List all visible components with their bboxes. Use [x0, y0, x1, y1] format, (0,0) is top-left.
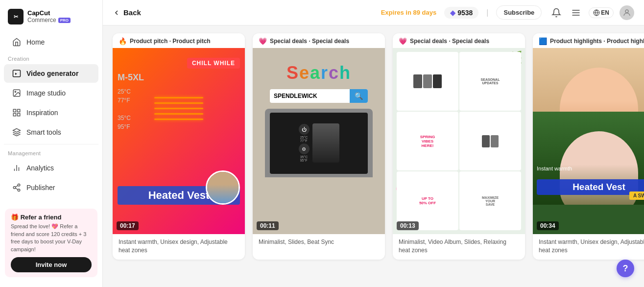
- card-description: Instant warmth, Unisex design, Adjustabl…: [533, 234, 644, 260]
- heated-vest-label: Heated Vest: [537, 179, 644, 195]
- svg-point-2: [15, 91, 16, 92]
- video-card: 💗 Special deals · Special deals Search S…: [253, 33, 385, 260]
- sidebar-item-label: Publisher: [26, 184, 55, 191]
- refer-desc: Spread the love! 💖 Refer a friend and sc…: [11, 223, 92, 253]
- header: Back Expires in 89 days ◆ 9538 | Subscri…: [103, 0, 644, 25]
- menu-icon[interactable]: [569, 6, 583, 20]
- card-tag: 🟦 Product highlights · Product highl...: [533, 33, 644, 48]
- sidebar-item-image-studio[interactable]: Image studio: [4, 84, 98, 102]
- vest-image: [312, 123, 339, 163]
- thumbnail[interactable]: 🌿 🌸 SEASONALUPDATES: [393, 48, 525, 234]
- search-query: SPENDLEWICK: [270, 90, 350, 102]
- sidebar: ✂ CapCut Commerce PRO Home Creation Vide…: [0, 0, 103, 287]
- sidebar-item-label: Inspiration: [26, 109, 58, 117]
- lang-label: EN: [601, 9, 609, 16]
- tag-label: Product pitch · Product pitch: [130, 38, 211, 45]
- video-card: 🔥 Product pitch · Product pitch CHILL WH…: [113, 33, 245, 260]
- search-input-bar: SPENDLEWICK 🔍: [270, 89, 368, 103]
- sidebar-item-inspiration[interactable]: Inspiration: [4, 103, 98, 122]
- deals-icon: 💗: [259, 37, 267, 45]
- language-button[interactable]: EN: [589, 7, 614, 18]
- video-card: 💗 Special deals · Special deals 🌿 🌸: [393, 33, 525, 260]
- card-tag: 💗 Special deals · Special deals: [253, 33, 385, 48]
- header-icons: EN: [549, 5, 634, 20]
- help-button[interactable]: ?: [617, 260, 634, 277]
- sidebar-item-video-generator[interactable]: Video generator: [4, 64, 98, 83]
- card-tag: 💗 Special deals · Special deals: [393, 33, 525, 48]
- user-avatar[interactable]: [620, 5, 634, 20]
- vest-row2: [482, 135, 499, 147]
- back-label: Back: [123, 8, 141, 17]
- laptop-visual: ⏻ 25°C77°F ⚙ 35°C95°F: [265, 109, 373, 177]
- svg-rect-6: [18, 114, 20, 116]
- refer-box: 🎁 Refer a friend Spread the love! 💖 Refe…: [5, 209, 97, 277]
- sidebar-item-label: Analytics: [26, 164, 54, 172]
- home-icon: [12, 37, 22, 47]
- smart-tools-icon: [12, 127, 22, 137]
- slides-grid: SEASONALUPDATES SPRINGVIBESHERE!: [393, 48, 525, 234]
- svg-rect-3: [13, 109, 16, 112]
- credits-badge: ◆ 9538: [444, 7, 478, 19]
- card-description: Minimalist, Video Album, Slides, Relaxin…: [393, 234, 525, 260]
- svg-point-12: [18, 189, 20, 191]
- slide-cell: SPRINGVIBESHERE!: [397, 112, 458, 170]
- tag-label: Product highlights · Product highl...: [550, 38, 644, 45]
- switch-badge: A SWITCH: [629, 191, 644, 200]
- sidebar-divider: [4, 144, 98, 144]
- management-section-label: Management: [0, 146, 102, 158]
- inspiration-icon: [12, 108, 22, 118]
- image-icon: [12, 88, 22, 98]
- video-icon: [12, 69, 22, 78]
- cards-row: 🔥 Product pitch · Product pitch CHILL WH…: [113, 33, 644, 260]
- laptop-content: ⏻ 25°C77°F ⚙ 35°C95°F: [299, 123, 339, 163]
- thumbnail[interactable]: CHILL WHILE M-5XL 25°C77°F35°C95°F Heate…: [113, 48, 245, 234]
- sidebar-item-label: Image studio: [26, 89, 66, 97]
- main-content: Back Expires in 89 days ◆ 9538 | Subscri…: [103, 0, 644, 287]
- thumbnail[interactable]: Search SPENDLEWICK 🔍 ⏻ 25°C7: [253, 48, 385, 234]
- content-area: 🔥 Product pitch · Product pitch CHILL WH…: [103, 25, 644, 287]
- subscribe-button[interactable]: Subscribe: [496, 5, 542, 20]
- tag-label: Special deals · Special deals: [410, 38, 489, 45]
- back-button[interactable]: Back: [113, 8, 141, 17]
- duration-badge: 00:11: [257, 221, 279, 230]
- slide-cell: SEASONALUPDATES: [459, 52, 521, 111]
- search-screen: Search SPENDLEWICK 🔍 ⏻ 25°C7: [253, 48, 385, 234]
- invite-button[interactable]: Invite now: [11, 257, 92, 272]
- card-description: Minimalist, Slides, Beat Sync: [253, 234, 385, 251]
- vest-row: [413, 74, 442, 88]
- diamond-icon: ◆: [450, 9, 455, 17]
- duration-badge: 00:17: [117, 221, 139, 230]
- svg-point-10: [18, 184, 20, 187]
- thumbnail[interactable]: Instant warmth Heated Vest A SWITCH 00:3…: [533, 48, 644, 234]
- refer-title: 🎁 Refer a friend: [11, 214, 92, 221]
- search-button-blue: 🔍: [350, 89, 368, 103]
- maximize-text: MAXIMIZEYOURSAVE: [482, 196, 499, 206]
- spring-text: SPRINGVIBESHERE!: [420, 135, 435, 148]
- sidebar-item-smart-tools[interactable]: Smart tools: [4, 123, 98, 142]
- deals-icon2: 💗: [399, 37, 407, 45]
- card-tag: 🔥 Product pitch · Product pitch: [113, 33, 245, 48]
- highlight-icon: 🟦: [539, 37, 547, 45]
- fire-icon: 🔥: [119, 37, 127, 45]
- size-text: M-5XL: [118, 72, 144, 83]
- person-avatar: [206, 170, 240, 205]
- publisher-icon: [12, 183, 22, 192]
- tag-label: Special deals · Special deals: [270, 38, 349, 45]
- sidebar-item-analytics[interactable]: Analytics: [4, 159, 98, 177]
- chill-badge: CHILL WHILE: [187, 58, 240, 69]
- svg-rect-5: [13, 114, 16, 116]
- sidebar-item-home[interactable]: Home: [4, 33, 98, 51]
- card-description: Instant warmth, Unisex design, Adjustabl…: [113, 234, 245, 260]
- sidebar-item-publisher[interactable]: Publisher: [4, 178, 98, 197]
- slide-cell: [459, 112, 521, 170]
- discount-text: UP TO50% OFF: [419, 196, 436, 205]
- creation-section-label: Creation: [0, 52, 102, 64]
- laptop-screen: ⏻ 25°C77°F ⚙ 35°C95°F: [270, 113, 368, 174]
- instant-warmth-label: Instant warmth: [537, 166, 572, 171]
- vest-controls: ⏻ 25°C77°F ⚙ 35°C95°F: [299, 124, 310, 162]
- duration-badge: 00:13: [397, 221, 419, 230]
- notification-icon[interactable]: [549, 6, 563, 20]
- svg-point-11: [13, 187, 16, 189]
- logo: ✂ CapCut Commerce PRO: [0, 6, 102, 32]
- svg-point-20: [625, 10, 628, 13]
